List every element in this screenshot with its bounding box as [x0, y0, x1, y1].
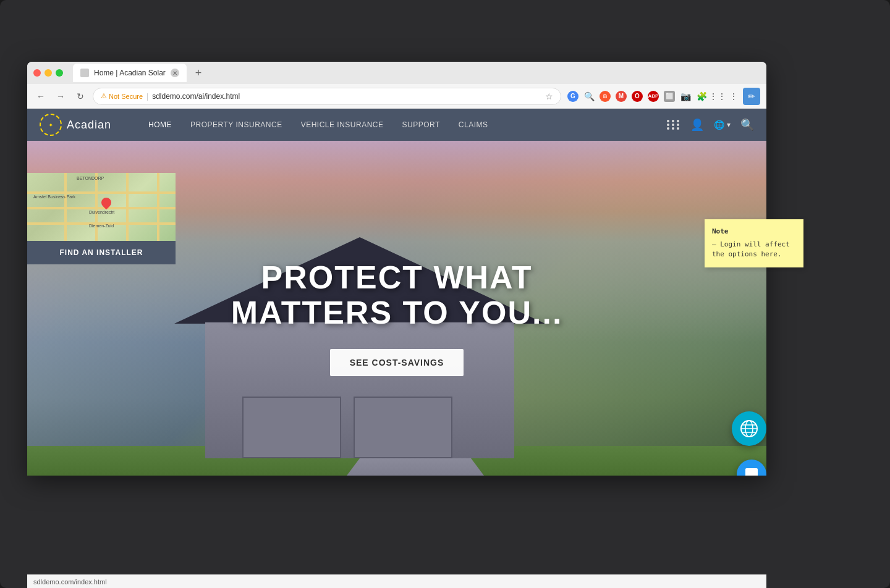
toolbar-icons: G 🔍 B M O ABP ⬜ 📷 🧩 — [566, 88, 760, 105]
logo-text: Acadian — [67, 119, 111, 132]
address-bar: ← → ↻ ⚠ Not Secure | sdldemo.com/ai/inde… — [27, 84, 766, 109]
map-road-6 — [126, 173, 129, 241]
translate-ext: G — [567, 91, 578, 102]
nav-links: HOME PROPERTY INSURANCE VEHICLE INSURANC… — [148, 120, 488, 129]
gmail-icon[interactable]: M — [614, 90, 628, 103]
nav-vehicle[interactable]: VEHICLE INSURANCE — [301, 120, 384, 129]
nav-claims[interactable]: CLAIMS — [459, 120, 488, 129]
chat-icon — [744, 467, 759, 476]
back-button[interactable]: ← — [33, 89, 48, 104]
sticky-note: Note – Login will affect the options her… — [705, 219, 803, 267]
apps-grid-icon[interactable] — [667, 120, 680, 130]
browser-window: Home | Acadian Solar ✕ + ← → ↻ ⚠ Not Sec… — [27, 62, 766, 476]
cta-button[interactable]: SEE COST-SAVINGS — [330, 349, 464, 376]
sticky-note-title: Note — [712, 227, 796, 237]
forward-button[interactable]: → — [53, 89, 68, 104]
camera-icon[interactable]: 📷 — [679, 90, 692, 103]
url-divider: | — [146, 92, 148, 101]
globe-floating-button[interactable] — [732, 411, 766, 446]
map-road-2 — [27, 207, 176, 209]
extensions-icon[interactable]: ⬜ — [663, 90, 676, 103]
globe-icon: 🌐 — [714, 120, 724, 130]
site-logo: ✦ Acadian — [40, 114, 111, 136]
more-tools-icon[interactable]: ⋮⋮ — [711, 90, 724, 103]
active-tab[interactable]: Home | Acadian Solar ✕ — [73, 64, 187, 82]
url-text: sdldemo.com/ai/index.html — [152, 92, 240, 101]
map-road-1 — [27, 191, 176, 194]
bookmark-icon[interactable]: ☆ — [545, 91, 553, 101]
nav-property[interactable]: PROPERTY INSURANCE — [190, 120, 282, 129]
language-selector[interactable]: 🌐 ▾ — [714, 120, 731, 130]
globe-svg-icon — [739, 419, 759, 439]
brave-icon[interactable]: B — [598, 90, 612, 103]
os-window: Home | Acadian Solar ✕ + ← → ↻ ⚠ Not Sec… — [0, 0, 890, 588]
map-road-7 — [157, 173, 159, 241]
opera-icon[interactable]: O — [630, 90, 644, 103]
security-label: Not Secure — [109, 93, 143, 100]
map-label-2: Amstel Business Park — [33, 195, 75, 199]
website-content: ✦ Acadian HOME PROPERTY INSURANCE VEHICL… — [27, 109, 766, 476]
search-nav-icon[interactable]: 🔍 — [740, 118, 754, 132]
gmail-logo: M — [616, 91, 627, 102]
map-label-4: Diemen-Zuid — [89, 224, 114, 228]
nav-right: 👤 🌐 ▾ 🔍 — [667, 118, 754, 132]
map-widget: BETONDORP Amstel Business Park Duivendre… — [27, 173, 176, 264]
adblock-icon[interactable]: ABP — [646, 90, 660, 103]
tab-title: Home | Acadian Solar — [94, 69, 166, 77]
map-label-3: Duivendrecht — [89, 210, 114, 214]
menu-icon[interactable]: ⋮ — [727, 90, 740, 103]
hero-title-line1: PROTECT WHAT — [261, 259, 533, 295]
sticky-note-content: – Login will affect the options here. — [712, 240, 796, 260]
brave-logo: B — [600, 91, 611, 102]
map-road-4 — [64, 173, 67, 241]
account-icon[interactable]: 👤 — [690, 118, 704, 132]
map-area: BETONDORP Amstel Business Park Duivendre… — [27, 173, 176, 241]
nav-support[interactable]: SUPPORT — [402, 120, 440, 129]
puzzle-icon[interactable]: 🧩 — [695, 90, 708, 103]
map-label-1: BETONDORP — [77, 176, 104, 180]
hero-title: PROTECT WHAT MATTERS TO YOU... — [231, 260, 563, 330]
map-grid: BETONDORP Amstel Business Park Duivendre… — [27, 173, 176, 241]
map-road-5 — [95, 173, 98, 241]
minimize-button[interactable] — [44, 69, 52, 77]
close-button[interactable] — [33, 69, 41, 77]
site-nav: ✦ Acadian HOME PROPERTY INSURANCE VEHICL… — [27, 109, 766, 141]
status-url: sdldemo.com/index.html — [33, 578, 107, 586]
google-translate-icon[interactable]: G — [566, 90, 580, 103]
abp-logo: ABP — [648, 91, 659, 102]
logo-icon: ✦ — [40, 114, 62, 136]
annotate-button[interactable]: ✏ — [743, 88, 760, 105]
hero-section: PROTECT WHAT MATTERS TO YOU... SEE COST-… — [27, 141, 766, 476]
tab-close-button[interactable]: ✕ — [171, 69, 179, 77]
maximize-button[interactable] — [56, 69, 63, 77]
search-icon[interactable]: 🔍 — [582, 90, 596, 103]
url-bar[interactable]: ⚠ Not Secure | sdldemo.com/ai/index.html… — [93, 88, 561, 105]
warning-icon: ⚠ — [101, 92, 107, 100]
tab-bar: Home | Acadian Solar ✕ + — [27, 62, 766, 84]
tab-favicon — [80, 69, 89, 77]
hero-title-line2: MATTERS TO YOU... — [231, 295, 563, 330]
refresh-button[interactable]: ↻ — [73, 89, 88, 104]
ext-logo: ⬜ — [664, 91, 675, 102]
new-tab-button[interactable]: + — [192, 67, 206, 80]
traffic-lights — [33, 69, 63, 77]
find-installer-button[interactable]: FIND AN INSTALLER — [27, 241, 176, 264]
status-bar: sdldemo.com/index.html — [27, 574, 766, 588]
opera-logo: O — [632, 91, 643, 102]
security-indicator: ⚠ Not Secure — [101, 92, 143, 100]
nav-home[interactable]: HOME — [148, 120, 172, 129]
language-chevron: ▾ — [727, 120, 731, 129]
